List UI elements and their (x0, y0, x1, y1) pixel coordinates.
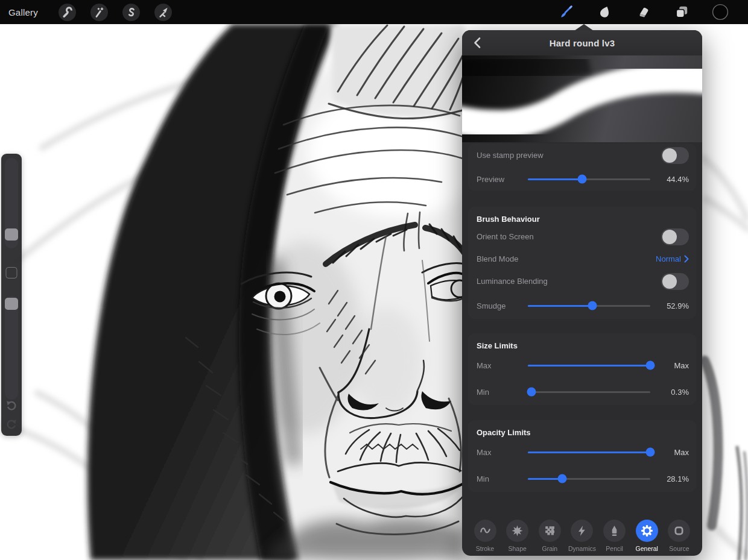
paint-tool-button[interactable] (557, 3, 575, 21)
adjustments-button[interactable] (90, 4, 108, 21)
opacity-limits-heading: Opacity Limits (468, 420, 696, 439)
toggle-knob (662, 230, 677, 244)
luminance-blending-label: Luminance Blending (477, 277, 661, 286)
back-button[interactable] (469, 35, 485, 51)
preview-slider-row: Preview 44.4% (468, 167, 696, 191)
brush-stroke-preview (462, 55, 702, 142)
transform-button[interactable] (154, 4, 172, 21)
smudge-slider[interactable] (528, 305, 650, 307)
brush-behaviour-card: Brush Behaviour Orient to Screen Blend M… (468, 207, 696, 319)
color-button[interactable] (711, 3, 729, 21)
tab-shape[interactable]: Shape (504, 520, 531, 552)
smudge-slider-row: Smudge 52.9% (468, 292, 696, 319)
use-stamp-preview-row: Use stamp preview (468, 143, 696, 167)
selection-s-icon (125, 6, 137, 18)
layers-icon (674, 4, 689, 20)
blend-mode-value[interactable]: Normal (656, 254, 681, 263)
gallery-button[interactable]: Gallery (8, 7, 38, 17)
redo-icon[interactable] (5, 418, 18, 431)
opacity-max-slider[interactable] (528, 451, 650, 453)
grain-checker-icon (544, 524, 556, 537)
opacity-max-label: Max (477, 448, 528, 457)
tab-stroke[interactable]: Stroke (471, 520, 499, 552)
source-square-icon (673, 524, 685, 537)
toggle-knob (662, 148, 677, 163)
size-min-value: 0.3% (650, 388, 689, 397)
size-min-label: Min (477, 388, 528, 397)
size-max-row: Max Max (468, 352, 696, 379)
layers-button[interactable] (673, 3, 691, 21)
actions-button[interactable] (59, 4, 76, 21)
panel-title: Hard round lv3 (550, 38, 615, 48)
slider-knob[interactable] (646, 448, 655, 457)
selection-button[interactable] (122, 4, 140, 21)
use-stamp-preview-toggle[interactable] (661, 147, 689, 164)
brush-studio-tabbar: Stroke Shape Grain Dynamics Pencil (462, 520, 702, 552)
tab-pencil[interactable]: Pencil (601, 520, 629, 552)
brush-opacity-slider[interactable] (5, 296, 18, 400)
use-stamp-preview-label: Use stamp preview (477, 151, 661, 160)
luminance-blending-toggle[interactable] (661, 273, 689, 290)
back-chevron-icon (472, 37, 483, 49)
smudge-label: Smudge (477, 301, 528, 310)
slider-knob[interactable] (646, 361, 655, 370)
opacity-min-label: Min (477, 474, 528, 483)
toggle-knob (662, 274, 677, 289)
opacity-max-value: Max (650, 448, 689, 457)
smudge-value: 52.9% (650, 301, 689, 310)
orient-to-screen-toggle[interactable] (661, 228, 689, 245)
size-min-slider[interactable] (528, 391, 650, 393)
tab-dynamics[interactable]: Dynamics (568, 520, 596, 552)
opacity-min-value: 28.1% (650, 474, 689, 483)
preview-value: 44.4% (650, 175, 689, 184)
magic-wand-icon (93, 6, 105, 18)
size-min-row: Min 0.3% (468, 379, 696, 405)
eraser-icon (635, 4, 651, 20)
size-max-slider[interactable] (528, 365, 650, 367)
tab-general[interactable]: General (633, 520, 661, 552)
undo-icon[interactable] (5, 399, 18, 412)
brush-icon (558, 4, 574, 20)
opacity-max-row: Max Max (468, 439, 696, 465)
opacity-min-row: Min 28.1% (468, 465, 696, 492)
size-max-value: Max (650, 361, 689, 370)
slider-knob[interactable] (588, 301, 597, 310)
slider-knob[interactable] (558, 474, 567, 483)
erase-tool-button[interactable] (634, 3, 652, 21)
luminance-blending-row: Luminance Blending (468, 270, 696, 292)
brush-behaviour-heading: Brush Behaviour (468, 207, 696, 225)
chevron-right-icon (684, 255, 689, 263)
opacity-limits-card: Opacity Limits Max Max Min 28.1% (468, 420, 696, 492)
tab-grain[interactable]: Grain (536, 520, 563, 552)
modify-button[interactable] (6, 267, 17, 278)
slider-knob[interactable] (527, 388, 536, 397)
hair (329, 24, 464, 119)
brush-size-slider[interactable] (5, 158, 18, 248)
stroke-wave-icon (479, 524, 492, 537)
general-gear-icon (641, 524, 653, 537)
color-swatch (712, 4, 729, 20)
tab-source[interactable]: Source (665, 520, 693, 552)
smudge-tool-button[interactable] (595, 3, 613, 21)
panel-header: Hard round lv3 (462, 30, 702, 55)
opacity-min-slider[interactable] (528, 478, 650, 480)
brush-sidebar (1, 154, 22, 436)
preview-slider[interactable] (528, 178, 650, 180)
brush-opacity-handle[interactable] (5, 298, 18, 310)
size-limits-card: Size Limits Max Max Min 0.3% (468, 333, 696, 405)
blend-mode-row[interactable]: Blend Mode Normal (468, 248, 696, 270)
shape-star-icon (511, 524, 524, 537)
brush-size-handle[interactable] (5, 228, 18, 241)
smudge-icon (597, 4, 612, 20)
transform-arrow-icon (157, 6, 169, 18)
size-limits-heading: Size Limits (468, 333, 696, 352)
popover-arrow (574, 24, 594, 31)
stamp-preview-card: Use stamp preview Preview 44.4% (468, 143, 696, 191)
orient-to-screen-row: Orient to Screen (468, 225, 696, 248)
dynamics-bolt-icon (575, 524, 588, 537)
pencil-icon (608, 524, 621, 537)
orient-to-screen-label: Orient to Screen (477, 232, 661, 241)
top-toolbar: Gallery (0, 0, 748, 24)
preview-label: Preview (477, 175, 528, 184)
slider-knob[interactable] (578, 175, 587, 184)
